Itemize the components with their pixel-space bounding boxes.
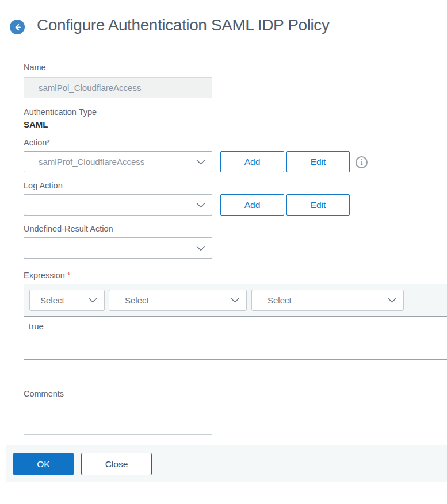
arrow-left-icon (13, 23, 22, 32)
action-edit-button[interactable]: Edit (286, 151, 350, 172)
action-dropdown-value: samlProf_CloudflareAccess (39, 157, 144, 167)
ok-button[interactable]: OK (13, 453, 74, 475)
expression-select-2[interactable]: Select (109, 290, 247, 311)
expression-select-2-placeholder: Select (125, 295, 149, 305)
authentication-type-value: SAML (24, 120, 48, 129)
authentication-type-label: Authentication Type (24, 107, 97, 117)
expression-select-1[interactable]: Select (29, 290, 105, 311)
expression-select-1-placeholder: Select (40, 295, 64, 305)
required-asterisk: * (67, 271, 71, 280)
page-title: Configure Authentication SAML IDP Policy (37, 16, 330, 34)
undefined-result-action-label: Undefined-Result Action (24, 224, 113, 233)
log-action-dropdown[interactable] (24, 194, 212, 216)
close-button[interactable]: Close (81, 453, 152, 475)
expression-label: Expression * (24, 271, 70, 280)
action-add-button[interactable]: Add (220, 151, 284, 172)
log-action-add-button[interactable]: Add (220, 194, 284, 216)
footer-bar: OK Close (6, 445, 447, 482)
expression-toolbar: Select Select Select (24, 284, 447, 317)
chevron-down-icon (89, 298, 97, 303)
info-icon[interactable]: i (356, 156, 368, 168)
action-dropdown[interactable]: samlProf_CloudflareAccess (24, 151, 212, 172)
expression-input[interactable]: true (24, 317, 447, 359)
chevron-down-icon (388, 298, 396, 303)
undefined-result-action-dropdown[interactable] (24, 237, 212, 259)
expression-builder: Select Select Select true (24, 284, 447, 360)
action-label: Action* (24, 138, 50, 147)
name-label: Name (24, 63, 46, 72)
log-action-edit-button[interactable]: Edit (286, 194, 350, 216)
chevron-down-icon (196, 159, 205, 164)
log-action-label: Log Action (24, 181, 63, 190)
comments-input[interactable] (24, 402, 212, 435)
chevron-down-icon (196, 202, 205, 207)
name-input[interactable] (24, 77, 212, 98)
chevron-down-icon (196, 245, 205, 251)
comments-label: Comments (24, 389, 64, 398)
expression-select-3-placeholder: Select (268, 295, 292, 305)
chevron-down-icon (231, 298, 239, 303)
config-form-panel: Name Authentication Type SAML Action* sa… (6, 52, 447, 482)
expression-select-3[interactable]: Select (251, 290, 404, 311)
back-button[interactable] (10, 20, 25, 34)
